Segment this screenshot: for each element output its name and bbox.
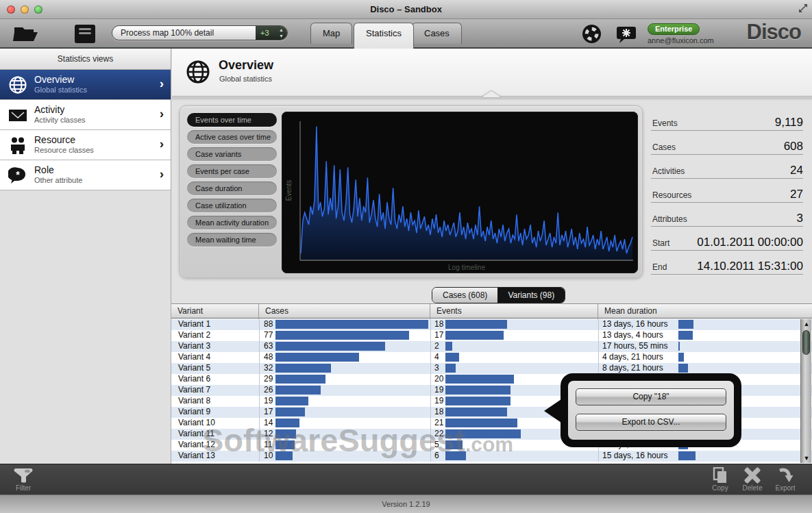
table-row[interactable]: Variant 3 63 2 17 hours, 55 mins (171, 341, 812, 352)
stat-value: 608 (784, 140, 803, 153)
fullscreen-icon[interactable] (798, 3, 808, 13)
events-bar (445, 375, 514, 384)
column-header-cases[interactable]: Cases (259, 304, 430, 319)
sidebar-item-role[interactable]: * Role Other attribute (0, 160, 171, 190)
events-bar (445, 451, 466, 460)
cases-bar (275, 320, 428, 329)
table-row[interactable]: Variant 5 32 3 8 days, 21 hours (171, 363, 812, 374)
cases-value: 26 (264, 385, 273, 396)
main-toolbar: Process map 100% detail +3 Map Statistic… (0, 19, 812, 49)
chevron-right-icon (160, 76, 164, 91)
account-info: Enterprise anne@fluxicon.com (648, 22, 726, 45)
stat-row: Start 01.01.2011 00:00:00 (651, 227, 803, 251)
sidebar-item-title: Activity (34, 104, 64, 115)
stat-label: Attributes (652, 214, 687, 224)
scrollbar-thumb[interactable] (802, 330, 810, 355)
header-notch (482, 91, 501, 97)
tab-cases-table[interactable]: Cases (608) (432, 288, 497, 303)
archive-icon[interactable] (73, 23, 97, 45)
stat-row: Attributes 3 (651, 203, 803, 227)
sidebar-item-activity[interactable]: Activity Activity classes (0, 100, 171, 130)
stat-value: 27 (790, 188, 803, 201)
export-csv-button[interactable]: Export to CSV... (576, 414, 726, 431)
tab-cases[interactable]: Cases (412, 23, 462, 44)
column-header-events[interactable]: Events (430, 304, 598, 319)
sidebar-item-resource[interactable]: Resource Resource classes (0, 130, 171, 160)
tab-map[interactable]: Map (310, 23, 352, 44)
account-email: anne@fluxicon.com (648, 36, 726, 45)
events-value: 20 (434, 374, 443, 385)
column-header-mean-duration[interactable]: Mean duration (598, 304, 800, 319)
cases-value: 77 (264, 330, 273, 341)
tab-statistics[interactable]: Statistics (354, 23, 414, 49)
chart-type-button[interactable]: Active cases over time (187, 130, 277, 144)
process-map-detail-control[interactable]: Process map 100% detail +3 (112, 25, 288, 40)
feedback-bug-icon[interactable] (616, 24, 637, 45)
column-header-variant[interactable]: Variant (171, 304, 259, 319)
stat-label: Cases (652, 142, 676, 152)
table-scrollbar[interactable] (800, 319, 811, 463)
variant-cell: Variant 8 (178, 396, 210, 407)
stat-row: End 14.10.2011 15:31:00 (651, 251, 803, 275)
scroll-down-arrow-icon[interactable] (801, 453, 812, 463)
copy-button[interactable]: Copy (704, 467, 737, 492)
process-map-detail-stepper[interactable]: +3 (256, 26, 287, 40)
window-title: Disco – Sandbox (0, 4, 812, 14)
variant-cell: Variant 10 (178, 418, 215, 429)
title-bar[interactable]: Disco – Sandbox (0, 0, 812, 19)
chart-type-button[interactable]: Mean activity duration (187, 216, 277, 229)
table-view-tabs: Cases (608) Variants (98) (432, 287, 565, 303)
open-file-icon[interactable] (12, 23, 40, 44)
stat-label: End (652, 262, 667, 272)
filter-label: Filter (7, 484, 40, 492)
chart-type-button[interactable]: Mean waiting time (187, 233, 277, 247)
scroll-up-arrow-icon[interactable] (801, 319, 812, 329)
cases-value: 19 (264, 396, 273, 407)
events-value: 5 (434, 440, 439, 451)
variant-cell: Variant 12 (178, 440, 215, 451)
table-row[interactable]: Variant 13 10 6 15 days, 16 hours (171, 451, 812, 462)
page-title: Overview (219, 58, 273, 73)
sidebar-item-overview[interactable]: Overview Global statistics (0, 70, 171, 100)
export-arrow-icon (777, 467, 793, 484)
events-value: 19 (434, 396, 443, 407)
context-menu: Copy "18" Export to CSV... (561, 373, 741, 447)
export-button[interactable]: Export (769, 467, 802, 492)
chevron-right-icon (160, 106, 164, 121)
sidebar-item-subtitle: Global statistics (34, 86, 87, 94)
table-row[interactable]: Variant 4 48 4 4 days, 21 hours (171, 352, 812, 363)
table-row[interactable]: Variant 1 88 18 13 days, 16 hours (171, 319, 812, 330)
sidebar-item-title: Resource (34, 134, 75, 145)
copy-value-button[interactable]: Copy "18" (576, 388, 726, 405)
sidebar-item-title: Role (34, 164, 54, 175)
duration-cell: 13 days, 16 hours (602, 319, 667, 330)
cases-value: 12 (264, 429, 273, 440)
chevron-right-icon (160, 166, 164, 182)
cases-bar (275, 440, 295, 449)
table-row[interactable]: Variant 2 77 17 13 days, 4 hours (171, 330, 812, 341)
envelope-icon (8, 105, 27, 125)
events-bar (445, 364, 456, 373)
stat-label: Resources (652, 190, 691, 200)
events-bar (445, 353, 459, 362)
chart-type-button[interactable]: Case utilization (187, 199, 277, 212)
chart-type-button[interactable]: Events per case (187, 164, 277, 178)
delete-button[interactable]: Delete (736, 467, 769, 492)
duration-cell: 4 days, 21 hours (602, 352, 663, 363)
variant-cell: Variant 1 (178, 319, 210, 330)
events-value: 19 (434, 385, 443, 396)
stepper-arrows-icon[interactable] (279, 27, 284, 39)
chart-type-button[interactable]: Events over time (187, 113, 277, 127)
variant-cell: Variant 6 (178, 374, 210, 385)
help-lifebuoy-icon[interactable] (582, 24, 602, 44)
filter-button[interactable]: Filter (7, 467, 40, 492)
version-text: Version 1.2.19 (0, 500, 812, 508)
chart-type-button[interactable]: Case duration (187, 182, 277, 195)
process-map-detail-label: Process map 100% detail (112, 26, 256, 40)
chart-type-button[interactable]: Case variants (187, 147, 277, 161)
tab-variants-table[interactable]: Variants (98) (497, 288, 565, 303)
variant-cell: Variant 9 (178, 407, 210, 418)
events-over-time-chart[interactable]: Events Log timeline (282, 112, 638, 273)
duration-bar (678, 353, 684, 362)
chart-canvas: Events Log timeline (282, 112, 638, 273)
